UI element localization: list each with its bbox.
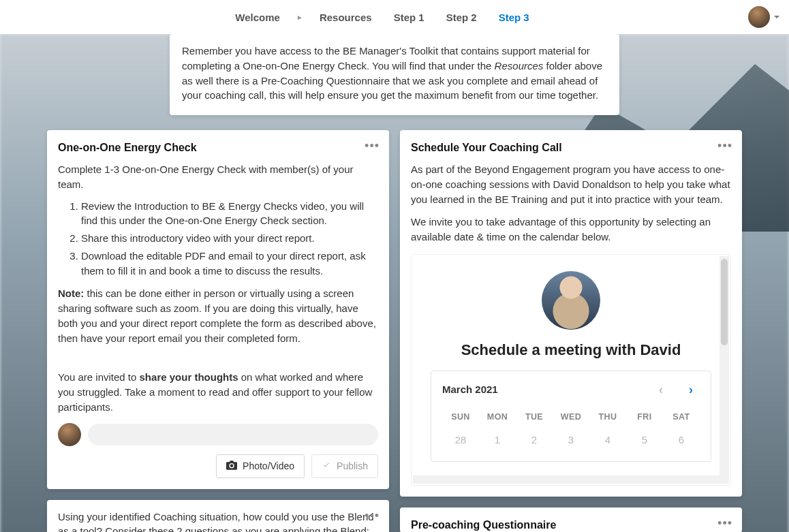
- cal-day[interactable]: 28: [442, 426, 479, 454]
- nav-step2[interactable]: Step 2: [442, 7, 481, 27]
- camera-icon: [226, 460, 237, 472]
- energy-steps-list: Review the Introduction to BE & Energy C…: [81, 199, 378, 279]
- nav-welcome[interactable]: Welcome: [231, 7, 284, 27]
- chevron-left-icon: ‹: [659, 381, 663, 398]
- energy-step-2: Share this introductory video with your …: [81, 231, 378, 246]
- dow-sat: SAT: [663, 408, 700, 426]
- intro-paragraph: Remember you have access to the BE Manag…: [182, 44, 607, 103]
- blend-card: ••• Using your identified Coaching situa…: [47, 500, 389, 532]
- check-icon: [322, 460, 331, 471]
- schedule-p1: As part of the Beyond Engagement program…: [411, 162, 731, 206]
- calendar-month: March 2021: [442, 382, 498, 397]
- left-column: ••• One-on-One Energy Check Complete 1-3…: [47, 130, 389, 532]
- precoach-title: Pre-coaching Questionnaire: [411, 517, 731, 532]
- invite-bold: share your thoughts: [140, 371, 238, 383]
- precoach-card: ••• Pre-coaching Questionnaire: [400, 507, 742, 532]
- nav-step3[interactable]: Step 3: [495, 7, 533, 27]
- right-column: ••• Schedule Your Coaching Call As part …: [400, 130, 742, 532]
- energy-note-text: this can be done either in person or vir…: [58, 287, 376, 343]
- energy-title: One-on-One Energy Check: [58, 140, 378, 155]
- calendar-row-1: 28 1 2 3 4 5 6: [442, 426, 700, 454]
- energy-invite: You are invited to share your thoughts o…: [58, 370, 378, 414]
- card-menu-icon[interactable]: •••: [365, 507, 380, 525]
- composer-actions: Photo/Video Publish: [58, 454, 378, 478]
- dow-mon: MON: [479, 408, 516, 426]
- composer-input[interactable]: [88, 424, 378, 445]
- energy-note: Note: this can be done either in person …: [58, 286, 378, 345]
- chevron-right-icon: ›: [689, 381, 693, 398]
- calendar-prev-button[interactable]: ‹: [652, 381, 670, 398]
- cal-day[interactable]: 5: [626, 426, 663, 454]
- profile-menu[interactable]: [748, 6, 770, 28]
- energy-check-card: ••• One-on-One Energy Check Complete 1-3…: [47, 130, 389, 489]
- publish-label: Publish: [337, 460, 368, 471]
- card-menu-icon[interactable]: •••: [717, 514, 732, 532]
- intro-resources-word: Resources: [495, 60, 544, 72]
- card-menu-icon[interactable]: •••: [717, 137, 732, 155]
- energy-note-label: Note:: [58, 287, 84, 299]
- schedule-title: Schedule Your Coaching Call: [411, 140, 731, 155]
- calendar-header: March 2021 ‹ ›: [442, 381, 700, 398]
- caret-right-icon: ▸: [298, 13, 302, 22]
- energy-step-1: Review the Introduction to BE & Energy C…: [81, 199, 378, 229]
- intro-card: Remember you have access to the BE Manag…: [170, 34, 619, 115]
- calendar: March 2021 ‹ › SUN: [431, 371, 711, 462]
- nav-resources[interactable]: Resources: [315, 7, 376, 27]
- photo-video-label: Photo/Video: [243, 460, 294, 471]
- cal-day[interactable]: 4: [589, 426, 626, 454]
- columns: ••• One-on-One Energy Check Complete 1-3…: [47, 130, 742, 532]
- scheduler-vscroll-thumb[interactable]: [721, 259, 728, 345]
- invite-before: You are invited to: [58, 371, 140, 383]
- calendar-dow-row: SUN MON TUE WED THU FRI SAT: [442, 408, 700, 426]
- dow-sun: SUN: [442, 408, 479, 426]
- energy-step-3: Download the editable PDF and email to y…: [81, 249, 378, 279]
- calendar-next-button[interactable]: ›: [682, 381, 700, 398]
- top-nav: Welcome ▸ Resources Step 1 Step 2 Step 3: [0, 0, 789, 34]
- card-menu-icon[interactable]: •••: [365, 137, 380, 155]
- cal-day[interactable]: 1: [479, 426, 516, 454]
- schedule-card: ••• Schedule Your Coaching Call As part …: [400, 130, 742, 497]
- dow-thu: THU: [589, 408, 626, 426]
- nav-step1[interactable]: Step 1: [390, 7, 429, 27]
- dow-wed: WED: [553, 408, 589, 426]
- cal-day[interactable]: 3: [553, 426, 589, 454]
- page-content: Remember you have access to the BE Manag…: [47, 34, 742, 532]
- composer-row: [58, 423, 378, 446]
- user-avatar[interactable]: [58, 423, 81, 446]
- dow-fri: FRI: [626, 408, 663, 426]
- dow-tue: TUE: [516, 408, 553, 426]
- cal-day[interactable]: 2: [516, 426, 553, 454]
- publish-button[interactable]: Publish: [311, 454, 378, 478]
- cal-day[interactable]: 6: [663, 426, 700, 454]
- scheduler-embed: Schedule a meeting with David March 2021…: [411, 254, 731, 486]
- schedule-p2: We invite you to take advantage of this …: [411, 215, 731, 245]
- nav-tabs: Welcome ▸ Resources Step 1 Step 2 Step 3: [231, 7, 533, 27]
- scheduler-vscrollbar[interactable]: [720, 256, 729, 484]
- scheduler-heading: Schedule a meeting with David: [422, 339, 720, 361]
- scheduler-hscrollbar[interactable]: [413, 475, 720, 484]
- energy-subtitle: Complete 1-3 One-on-One Energy Check wit…: [58, 162, 378, 192]
- coach-avatar: [542, 271, 600, 330]
- blend-line1: Using your identified Coaching situation…: [58, 510, 378, 532]
- photo-video-button[interactable]: Photo/Video: [216, 454, 305, 478]
